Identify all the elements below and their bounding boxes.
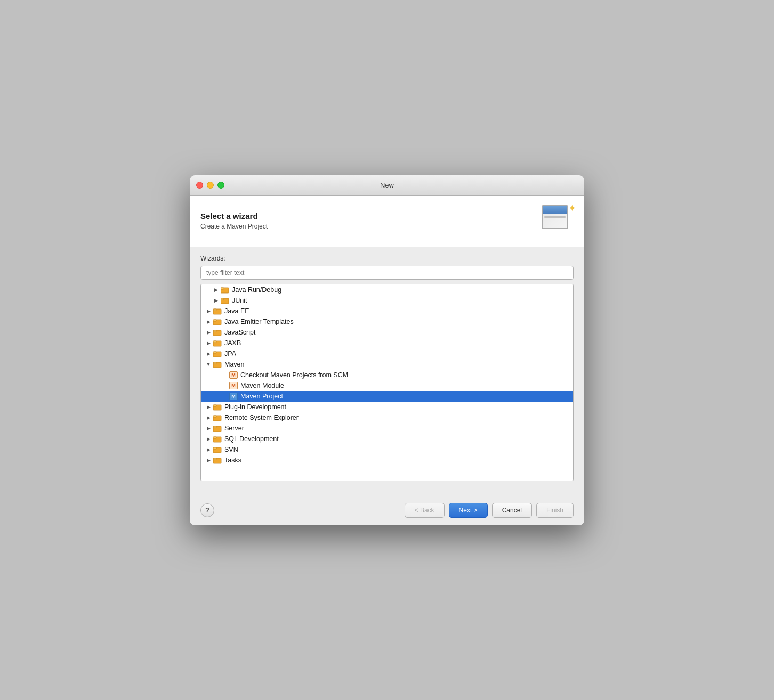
tree-item-checkout-maven[interactable]: MCheckout Maven Projects from SCM bbox=[201, 370, 573, 380]
button-row: ? < Back Next > Cancel Finish bbox=[190, 495, 584, 525]
folder-icon-jaxb bbox=[213, 339, 222, 347]
tree-arrow-junit bbox=[213, 297, 219, 304]
tree-item-sql-development[interactable]: SQL Development bbox=[201, 434, 573, 444]
svg-rect-11 bbox=[213, 341, 216, 343]
tree-item-java-ee[interactable]: Java EE bbox=[201, 306, 573, 316]
tree-arrow-javascript bbox=[205, 329, 212, 336]
header-icon: ✦ bbox=[542, 205, 574, 237]
svg-rect-17 bbox=[213, 405, 216, 406]
svg-rect-3 bbox=[221, 298, 224, 300]
tree-arrow-java-emitter-templates bbox=[205, 319, 212, 325]
maven-icon-maven-module: M bbox=[229, 382, 238, 389]
back-button[interactable]: < Back bbox=[405, 503, 445, 518]
svg-rect-5 bbox=[213, 309, 216, 311]
tree-label-tasks: Tasks bbox=[224, 457, 241, 464]
tree-label-sql-development: SQL Development bbox=[224, 435, 279, 443]
tree-item-plugin-development[interactable]: Plug-in Development bbox=[201, 402, 573, 412]
tree-item-svn[interactable]: SVN bbox=[201, 444, 573, 455]
tree-label-jaxb: JAXB bbox=[224, 339, 241, 347]
wizard-subtitle: Create a Maven Project bbox=[200, 223, 268, 230]
tree-item-tasks[interactable]: Tasks bbox=[201, 455, 573, 466]
tree-item-jaxb[interactable]: JAXB bbox=[201, 338, 573, 348]
wizard-image bbox=[542, 205, 568, 229]
svg-rect-1 bbox=[221, 288, 224, 289]
filter-input[interactable] bbox=[200, 266, 574, 280]
folder-icon-junit bbox=[221, 297, 229, 304]
folder-icon-server bbox=[213, 425, 222, 432]
tree-item-maven-project[interactable]: MMaven Project bbox=[201, 391, 573, 402]
wizards-label: Wizards: bbox=[200, 255, 574, 262]
window-title: New bbox=[380, 181, 394, 189]
tree-arrow-jaxb bbox=[205, 340, 212, 346]
tree-label-server: Server bbox=[224, 425, 244, 432]
tree-arrow-sql-development bbox=[205, 436, 212, 442]
next-button[interactable]: Next > bbox=[449, 503, 488, 518]
svg-rect-15 bbox=[213, 362, 216, 364]
navigation-buttons: < Back Next > Cancel Finish bbox=[405, 503, 574, 518]
content-area: Wizards: Java Run/Debug JUnit Java EE Ja… bbox=[190, 247, 584, 489]
maven-icon-checkout-maven: M bbox=[229, 371, 238, 379]
tree-item-maven[interactable]: Maven bbox=[201, 359, 573, 370]
tree-label-javascript: JavaScript bbox=[224, 329, 255, 336]
tree-label-java-ee: Java EE bbox=[224, 307, 249, 315]
tree-arrow-java-run-debug bbox=[213, 287, 219, 293]
header-section: Select a wizard Create a Maven Project ✦ bbox=[190, 196, 584, 247]
tree-arrow-maven bbox=[205, 361, 212, 368]
cancel-button[interactable]: Cancel bbox=[492, 503, 532, 518]
folder-icon-javascript bbox=[213, 329, 222, 336]
tree-label-plugin-development: Plug-in Development bbox=[224, 403, 286, 411]
dialog-window: New Select a wizard Create a Maven Proje… bbox=[190, 175, 584, 525]
tree-label-jpa: JPA bbox=[224, 350, 236, 357]
tree-item-java-run-debug[interactable]: Java Run/Debug bbox=[201, 284, 573, 295]
folder-icon-java-ee bbox=[213, 307, 222, 315]
svg-rect-25 bbox=[213, 447, 216, 449]
folder-icon-plugin-development bbox=[213, 403, 222, 411]
tree-view[interactable]: Java Run/Debug JUnit Java EE Java Emitte… bbox=[200, 284, 574, 481]
folder-icon-svn bbox=[213, 446, 222, 453]
maven-icon-maven-project: M bbox=[229, 393, 238, 400]
tree-item-maven-module[interactable]: MMaven Module bbox=[201, 380, 573, 391]
svg-rect-21 bbox=[213, 426, 216, 428]
tree-arrow-maven-project bbox=[221, 393, 228, 400]
tree-arrow-checkout-maven bbox=[221, 372, 228, 378]
close-button[interactable] bbox=[196, 182, 203, 189]
help-button[interactable]: ? bbox=[200, 503, 214, 517]
tree-arrow-svn bbox=[205, 446, 212, 453]
traffic-lights bbox=[196, 182, 224, 189]
minimize-button[interactable] bbox=[207, 182, 214, 189]
folder-icon-sql-development bbox=[213, 435, 222, 443]
folder-icon-java-emitter-templates bbox=[213, 318, 222, 325]
finish-button[interactable]: Finish bbox=[536, 503, 574, 518]
tree-arrow-maven-module bbox=[221, 382, 228, 389]
tree-label-maven: Maven bbox=[224, 361, 245, 368]
tree-arrow-jpa bbox=[205, 351, 212, 357]
tree-arrow-remote-system-explorer bbox=[205, 414, 212, 421]
svg-rect-13 bbox=[213, 352, 216, 353]
tree-item-java-emitter-templates[interactable]: Java Emitter Templates bbox=[201, 316, 573, 327]
svg-rect-23 bbox=[213, 437, 216, 438]
tree-label-junit: JUnit bbox=[232, 297, 247, 304]
maximize-button[interactable] bbox=[217, 182, 224, 189]
sparkle-icon: ✦ bbox=[568, 202, 576, 214]
folder-icon-maven bbox=[213, 361, 222, 368]
tree-item-javascript[interactable]: JavaScript bbox=[201, 327, 573, 338]
svg-rect-9 bbox=[213, 330, 216, 332]
tree-label-svn: SVN bbox=[224, 446, 238, 453]
tree-item-server[interactable]: Server bbox=[201, 423, 573, 434]
folder-icon-jpa bbox=[213, 350, 222, 357]
svg-rect-27 bbox=[213, 458, 216, 460]
tree-label-checkout-maven: Checkout Maven Projects from SCM bbox=[240, 371, 348, 379]
tree-label-java-emitter-templates: Java Emitter Templates bbox=[224, 318, 294, 325]
tree-arrow-tasks bbox=[205, 457, 212, 463]
tree-item-junit[interactable]: JUnit bbox=[201, 295, 573, 306]
wizard-title: Select a wizard bbox=[200, 211, 268, 221]
folder-icon-tasks bbox=[213, 457, 222, 464]
folder-icon-java-run-debug bbox=[221, 286, 229, 294]
tree-label-maven-project: Maven Project bbox=[240, 393, 283, 400]
tree-arrow-server bbox=[205, 425, 212, 432]
titlebar: New bbox=[190, 175, 584, 196]
tree-item-remote-system-explorer[interactable]: Remote System Explorer bbox=[201, 412, 573, 423]
tree-item-jpa[interactable]: JPA bbox=[201, 348, 573, 359]
tree-arrow-plugin-development bbox=[205, 404, 212, 410]
header-text: Select a wizard Create a Maven Project bbox=[200, 211, 268, 230]
